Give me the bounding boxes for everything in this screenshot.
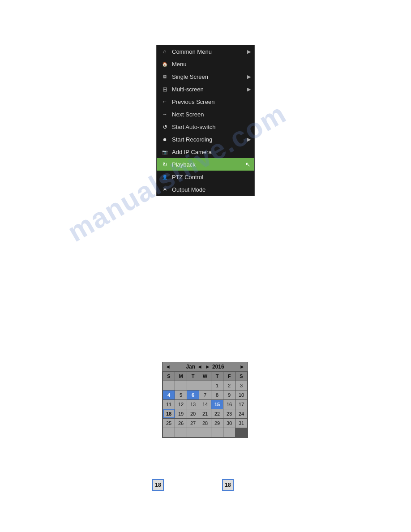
icon-camera-icon — [160, 150, 169, 154]
cal-day-10[interactable]: 10 — [235, 390, 247, 399]
cal-header-F: F — [223, 372, 235, 381]
menu-label-previous-screen: Previous Screen — [172, 99, 251, 105]
menu-item-multi-screen[interactable]: Multi-screen▶ — [157, 83, 254, 95]
cal-empty — [211, 428, 223, 437]
menu-label-add-ip-camera: Add IP Camera — [172, 149, 251, 155]
cal-day-7[interactable]: 7 — [199, 390, 211, 399]
prev-year-button[interactable]: ◄ — [196, 364, 203, 370]
menu-item-previous-screen[interactable]: Previous Screen — [157, 95, 254, 108]
cal-header-S: S — [163, 372, 175, 381]
cal-day-26[interactable]: 26 — [175, 419, 187, 428]
submenu-arrow-start-recording: ▶ — [247, 137, 251, 142]
icon-home-star-icon — [160, 48, 169, 55]
cal-day-21[interactable]: 21 — [199, 409, 211, 418]
menu-item-single-screen[interactable]: Single Screen▶ — [157, 70, 254, 83]
next-year-button[interactable]: ► — [204, 364, 211, 370]
cal-empty — [163, 381, 175, 390]
cal-day-12[interactable]: 12 — [175, 400, 187, 409]
cal-day-24[interactable]: 24 — [235, 409, 247, 418]
icon-ptz-icon — [160, 175, 169, 180]
cal-header-M: M — [175, 372, 187, 381]
menu-label-menu: Menu — [172, 61, 251, 68]
cal-day-17[interactable]: 17 — [235, 400, 247, 409]
cal-day-29[interactable]: 29 — [211, 419, 223, 428]
cal-day-2[interactable]: 2 — [223, 381, 235, 390]
menu-label-start-autoswitch: Start Auto-switch — [172, 124, 251, 130]
submenu-arrow-multi-screen: ▶ — [247, 86, 251, 92]
cal-day-11[interactable]: 11 — [163, 400, 175, 409]
menu-label-next-screen: Next Screen — [172, 111, 251, 118]
next-month-button[interactable]: ► — [239, 364, 246, 370]
menu-item-start-autoswitch[interactable]: Start Auto-switch — [157, 120, 254, 133]
date-box-right: 18 — [222, 479, 234, 491]
date-box-left: 18 — [152, 479, 164, 491]
cal-empty — [199, 428, 211, 437]
cal-header-T: T — [211, 372, 223, 381]
icon-arrow-right-icon — [160, 111, 169, 117]
year-label: 2016 — [212, 364, 224, 370]
cal-day-25[interactable]: 25 — [163, 419, 175, 428]
menu-item-playback[interactable]: Playback↖ — [157, 158, 254, 171]
cal-day-9[interactable]: 9 — [223, 390, 235, 399]
cursor-icon: ↖ — [245, 161, 251, 168]
cal-day-5[interactable]: 5 — [175, 390, 187, 399]
icon-multiscreen-icon — [160, 86, 169, 93]
menu-item-add-ip-camera[interactable]: Add IP Camera — [157, 146, 254, 158]
cal-day-6[interactable]: 6 — [187, 390, 199, 399]
icon-home-icon — [160, 62, 169, 67]
menu-item-start-recording[interactable]: Start Recording▶ — [157, 133, 254, 146]
calendar-grid: SMTWTFS123456789101112131415161718192021… — [163, 371, 248, 438]
cal-day-14[interactable]: 14 — [199, 400, 211, 409]
cal-day-20[interactable]: 20 — [187, 409, 199, 418]
submenu-arrow-common-menu: ▶ — [247, 49, 251, 55]
menu-label-ptz-control: PTZ Control — [172, 174, 251, 180]
menu-item-common-menu[interactable]: Common Menu▶ — [157, 45, 254, 58]
cal-empty — [187, 381, 199, 390]
month-label: Jan — [186, 364, 195, 370]
cal-day-13[interactable]: 13 — [187, 400, 199, 409]
cal-empty — [175, 381, 187, 390]
cal-day-3[interactable]: 3 — [235, 381, 247, 390]
cal-day-31[interactable]: 31 — [235, 419, 247, 428]
calendar: ◄ Jan ◄ ► 2016 ► SMTWTFS1234567891011121… — [162, 362, 248, 438]
date-indicators: 18 18 — [152, 479, 234, 491]
menu-label-start-recording: Start Recording — [172, 136, 247, 143]
menu-item-ptz-control[interactable]: PTZ Control — [157, 171, 254, 183]
icon-record-icon — [160, 137, 169, 142]
cal-header-W: W — [199, 372, 211, 381]
menu-label-playback: Playback — [172, 161, 244, 168]
menu-item-output-mode[interactable]: Output Mode — [157, 183, 254, 196]
month-year-display: Jan ◄ ► 2016 — [186, 364, 224, 370]
icon-arrow-left-icon — [160, 99, 169, 105]
calendar-header: ◄ Jan ◄ ► 2016 ► — [163, 362, 248, 371]
submenu-arrow-single-screen: ▶ — [247, 74, 251, 80]
cal-day-8[interactable]: 8 — [211, 390, 223, 399]
menu-label-common-menu: Common Menu — [172, 48, 247, 55]
cal-day-28[interactable]: 28 — [199, 419, 211, 428]
context-menu: Common Menu▶MenuSingle Screen▶Multi-scre… — [156, 45, 255, 196]
cal-empty — [187, 428, 199, 437]
cal-day-30[interactable]: 30 — [223, 419, 235, 428]
icon-monitor-icon — [160, 74, 169, 79]
cal-day-1[interactable]: 1 — [211, 381, 223, 390]
cal-empty — [175, 428, 187, 437]
cal-day-19[interactable]: 19 — [175, 409, 187, 418]
cal-day-4[interactable]: 4 — [163, 390, 175, 399]
menu-label-multi-screen: Multi-screen — [172, 86, 247, 93]
cal-empty — [223, 428, 235, 437]
menu-item-next-screen[interactable]: Next Screen — [157, 108, 254, 120]
cal-header-S: S — [235, 372, 247, 381]
cal-day-16[interactable]: 16 — [223, 400, 235, 409]
menu-item-menu[interactable]: Menu — [157, 58, 254, 70]
cal-day-18[interactable]: 18 — [163, 409, 175, 418]
cal-empty — [199, 381, 211, 390]
icon-refresh-icon — [160, 124, 169, 130]
cal-day-23[interactable]: 23 — [223, 409, 235, 418]
cal-day-27[interactable]: 27 — [187, 419, 199, 428]
cal-day-15[interactable]: 15 — [211, 400, 223, 409]
prev-month-button[interactable]: ◄ — [164, 364, 171, 370]
menu-label-output-mode: Output Mode — [172, 186, 251, 193]
cal-empty — [163, 428, 175, 437]
cal-header-T: T — [187, 372, 199, 381]
cal-day-22[interactable]: 22 — [211, 409, 223, 418]
